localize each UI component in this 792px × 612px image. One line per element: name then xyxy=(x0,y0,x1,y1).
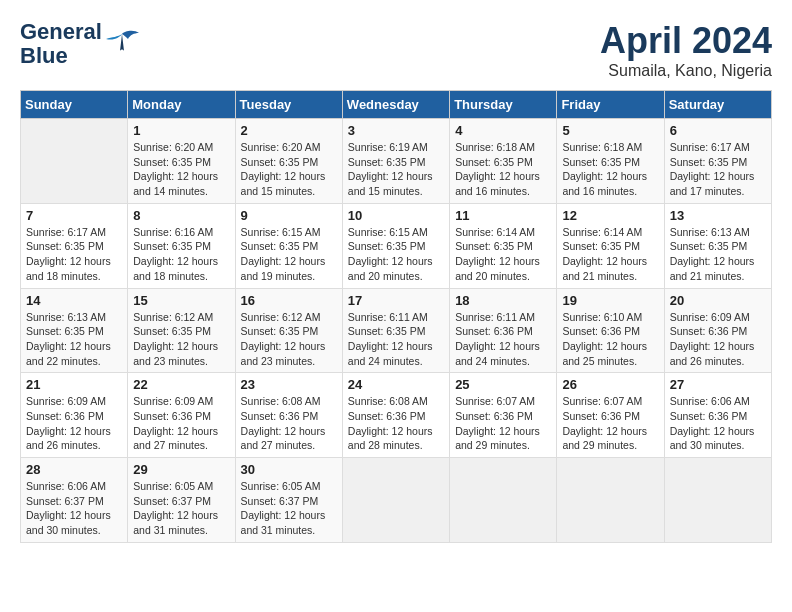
day-number: 4 xyxy=(455,123,551,138)
day-info: Sunrise: 6:15 AMSunset: 6:35 PMDaylight:… xyxy=(241,225,337,284)
day-info: Sunrise: 6:08 AMSunset: 6:36 PMDaylight:… xyxy=(348,394,444,453)
day-number: 9 xyxy=(241,208,337,223)
day-number: 10 xyxy=(348,208,444,223)
calendar-week-3: 14Sunrise: 6:13 AMSunset: 6:35 PMDayligh… xyxy=(21,288,772,373)
calendar-cell: 10Sunrise: 6:15 AMSunset: 6:35 PMDayligh… xyxy=(342,203,449,288)
page-header: GeneralBlue April 2024 Sumaila, Kano, Ni… xyxy=(20,20,772,80)
calendar-header: SundayMondayTuesdayWednesdayThursdayFrid… xyxy=(21,91,772,119)
calendar-cell: 5Sunrise: 6:18 AMSunset: 6:35 PMDaylight… xyxy=(557,119,664,204)
day-number: 18 xyxy=(455,293,551,308)
day-info: Sunrise: 6:08 AMSunset: 6:36 PMDaylight:… xyxy=(241,394,337,453)
calendar-cell: 30Sunrise: 6:05 AMSunset: 6:37 PMDayligh… xyxy=(235,458,342,543)
calendar-cell: 27Sunrise: 6:06 AMSunset: 6:36 PMDayligh… xyxy=(664,373,771,458)
calendar-cell xyxy=(557,458,664,543)
day-number: 11 xyxy=(455,208,551,223)
day-info: Sunrise: 6:09 AMSunset: 6:36 PMDaylight:… xyxy=(133,394,229,453)
day-number: 22 xyxy=(133,377,229,392)
calendar-week-2: 7Sunrise: 6:17 AMSunset: 6:35 PMDaylight… xyxy=(21,203,772,288)
day-number: 13 xyxy=(670,208,766,223)
day-info: Sunrise: 6:12 AMSunset: 6:35 PMDaylight:… xyxy=(133,310,229,369)
calendar-week-1: 1Sunrise: 6:20 AMSunset: 6:35 PMDaylight… xyxy=(21,119,772,204)
day-number: 21 xyxy=(26,377,122,392)
calendar-cell: 7Sunrise: 6:17 AMSunset: 6:35 PMDaylight… xyxy=(21,203,128,288)
day-info: Sunrise: 6:13 AMSunset: 6:35 PMDaylight:… xyxy=(26,310,122,369)
day-number: 28 xyxy=(26,462,122,477)
calendar-cell xyxy=(450,458,557,543)
calendar-week-5: 28Sunrise: 6:06 AMSunset: 6:37 PMDayligh… xyxy=(21,458,772,543)
day-info: Sunrise: 6:19 AMSunset: 6:35 PMDaylight:… xyxy=(348,140,444,199)
location-title: Sumaila, Kano, Nigeria xyxy=(600,62,772,80)
calendar-cell: 25Sunrise: 6:07 AMSunset: 6:36 PMDayligh… xyxy=(450,373,557,458)
calendar-week-4: 21Sunrise: 6:09 AMSunset: 6:36 PMDayligh… xyxy=(21,373,772,458)
calendar-table: SundayMondayTuesdayWednesdayThursdayFrid… xyxy=(20,90,772,543)
day-info: Sunrise: 6:11 AMSunset: 6:36 PMDaylight:… xyxy=(455,310,551,369)
calendar-cell: 13Sunrise: 6:13 AMSunset: 6:35 PMDayligh… xyxy=(664,203,771,288)
weekday-header-sunday: Sunday xyxy=(21,91,128,119)
calendar-cell: 3Sunrise: 6:19 AMSunset: 6:35 PMDaylight… xyxy=(342,119,449,204)
day-number: 16 xyxy=(241,293,337,308)
calendar-cell: 9Sunrise: 6:15 AMSunset: 6:35 PMDaylight… xyxy=(235,203,342,288)
day-info: Sunrise: 6:17 AMSunset: 6:35 PMDaylight:… xyxy=(26,225,122,284)
calendar-cell: 28Sunrise: 6:06 AMSunset: 6:37 PMDayligh… xyxy=(21,458,128,543)
day-number: 27 xyxy=(670,377,766,392)
day-number: 6 xyxy=(670,123,766,138)
calendar-cell xyxy=(342,458,449,543)
day-number: 7 xyxy=(26,208,122,223)
day-number: 30 xyxy=(241,462,337,477)
day-info: Sunrise: 6:12 AMSunset: 6:35 PMDaylight:… xyxy=(241,310,337,369)
calendar-body: 1Sunrise: 6:20 AMSunset: 6:35 PMDaylight… xyxy=(21,119,772,543)
day-number: 20 xyxy=(670,293,766,308)
day-number: 29 xyxy=(133,462,229,477)
calendar-cell: 8Sunrise: 6:16 AMSunset: 6:35 PMDaylight… xyxy=(128,203,235,288)
calendar-cell: 14Sunrise: 6:13 AMSunset: 6:35 PMDayligh… xyxy=(21,288,128,373)
day-info: Sunrise: 6:05 AMSunset: 6:37 PMDaylight:… xyxy=(241,479,337,538)
day-number: 23 xyxy=(241,377,337,392)
day-number: 17 xyxy=(348,293,444,308)
weekday-header-wednesday: Wednesday xyxy=(342,91,449,119)
day-info: Sunrise: 6:20 AMSunset: 6:35 PMDaylight:… xyxy=(241,140,337,199)
day-info: Sunrise: 6:09 AMSunset: 6:36 PMDaylight:… xyxy=(26,394,122,453)
day-info: Sunrise: 6:11 AMSunset: 6:35 PMDaylight:… xyxy=(348,310,444,369)
day-number: 15 xyxy=(133,293,229,308)
day-info: Sunrise: 6:07 AMSunset: 6:36 PMDaylight:… xyxy=(562,394,658,453)
calendar-cell: 11Sunrise: 6:14 AMSunset: 6:35 PMDayligh… xyxy=(450,203,557,288)
day-info: Sunrise: 6:20 AMSunset: 6:35 PMDaylight:… xyxy=(133,140,229,199)
logo-text: GeneralBlue xyxy=(20,20,102,68)
day-number: 24 xyxy=(348,377,444,392)
day-info: Sunrise: 6:06 AMSunset: 6:36 PMDaylight:… xyxy=(670,394,766,453)
calendar-cell: 16Sunrise: 6:12 AMSunset: 6:35 PMDayligh… xyxy=(235,288,342,373)
calendar-cell: 21Sunrise: 6:09 AMSunset: 6:36 PMDayligh… xyxy=(21,373,128,458)
calendar-cell: 22Sunrise: 6:09 AMSunset: 6:36 PMDayligh… xyxy=(128,373,235,458)
day-info: Sunrise: 6:06 AMSunset: 6:37 PMDaylight:… xyxy=(26,479,122,538)
day-number: 1 xyxy=(133,123,229,138)
day-number: 26 xyxy=(562,377,658,392)
day-number: 25 xyxy=(455,377,551,392)
calendar-cell: 6Sunrise: 6:17 AMSunset: 6:35 PMDaylight… xyxy=(664,119,771,204)
weekday-header-friday: Friday xyxy=(557,91,664,119)
calendar-cell: 1Sunrise: 6:20 AMSunset: 6:35 PMDaylight… xyxy=(128,119,235,204)
day-info: Sunrise: 6:16 AMSunset: 6:35 PMDaylight:… xyxy=(133,225,229,284)
weekday-header-row: SundayMondayTuesdayWednesdayThursdayFrid… xyxy=(21,91,772,119)
title-block: April 2024 Sumaila, Kano, Nigeria xyxy=(600,20,772,80)
calendar-cell: 19Sunrise: 6:10 AMSunset: 6:36 PMDayligh… xyxy=(557,288,664,373)
logo-icon xyxy=(104,29,140,59)
month-title: April 2024 xyxy=(600,20,772,62)
calendar-cell: 12Sunrise: 6:14 AMSunset: 6:35 PMDayligh… xyxy=(557,203,664,288)
day-number: 5 xyxy=(562,123,658,138)
day-number: 8 xyxy=(133,208,229,223)
calendar-cell: 29Sunrise: 6:05 AMSunset: 6:37 PMDayligh… xyxy=(128,458,235,543)
day-info: Sunrise: 6:18 AMSunset: 6:35 PMDaylight:… xyxy=(455,140,551,199)
calendar-cell: 23Sunrise: 6:08 AMSunset: 6:36 PMDayligh… xyxy=(235,373,342,458)
calendar-cell xyxy=(21,119,128,204)
calendar-cell: 18Sunrise: 6:11 AMSunset: 6:36 PMDayligh… xyxy=(450,288,557,373)
day-info: Sunrise: 6:17 AMSunset: 6:35 PMDaylight:… xyxy=(670,140,766,199)
calendar-cell: 17Sunrise: 6:11 AMSunset: 6:35 PMDayligh… xyxy=(342,288,449,373)
day-number: 19 xyxy=(562,293,658,308)
day-info: Sunrise: 6:14 AMSunset: 6:35 PMDaylight:… xyxy=(562,225,658,284)
day-number: 3 xyxy=(348,123,444,138)
weekday-header-tuesday: Tuesday xyxy=(235,91,342,119)
calendar-cell: 2Sunrise: 6:20 AMSunset: 6:35 PMDaylight… xyxy=(235,119,342,204)
calendar-cell: 4Sunrise: 6:18 AMSunset: 6:35 PMDaylight… xyxy=(450,119,557,204)
day-info: Sunrise: 6:13 AMSunset: 6:35 PMDaylight:… xyxy=(670,225,766,284)
day-info: Sunrise: 6:18 AMSunset: 6:35 PMDaylight:… xyxy=(562,140,658,199)
